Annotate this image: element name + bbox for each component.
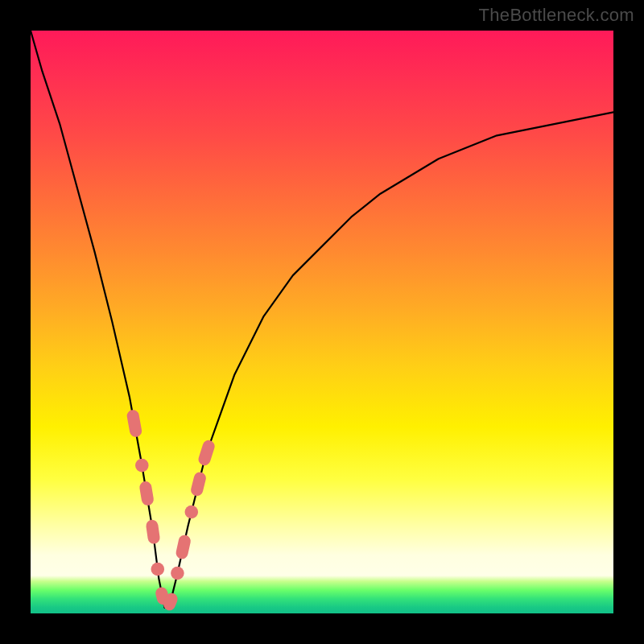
highlight-marker bbox=[151, 563, 165, 576]
highlight-marker bbox=[175, 534, 192, 560]
highlight-marker bbox=[185, 506, 199, 519]
highlight-marker bbox=[190, 471, 208, 497]
highlight-marker bbox=[171, 567, 184, 580]
chart-frame: TheBottleneck.com bbox=[0, 0, 644, 644]
watermark-text: TheBottleneck.com bbox=[479, 5, 634, 26]
highlight-marker bbox=[126, 409, 142, 438]
plot-area bbox=[31, 31, 613, 613]
highlight-marker bbox=[135, 459, 149, 473]
highlight-marker bbox=[145, 519, 160, 545]
plot-svg bbox=[31, 31, 613, 613]
bottleneck-curve bbox=[31, 31, 613, 608]
highlight-marker bbox=[138, 481, 155, 506]
curve-highlight-markers bbox=[126, 409, 216, 613]
highlight-marker bbox=[197, 439, 217, 467]
